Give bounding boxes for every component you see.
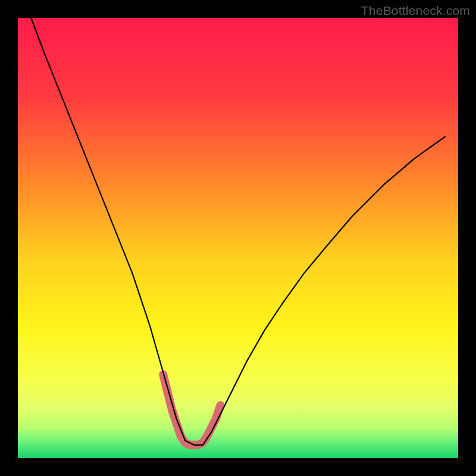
chart-container: TheBottleneck.com bbox=[0, 0, 476, 476]
plot-background bbox=[18, 18, 458, 458]
bottleneck-chart bbox=[0, 0, 476, 476]
watermark-label: TheBottleneck.com bbox=[361, 4, 470, 18]
